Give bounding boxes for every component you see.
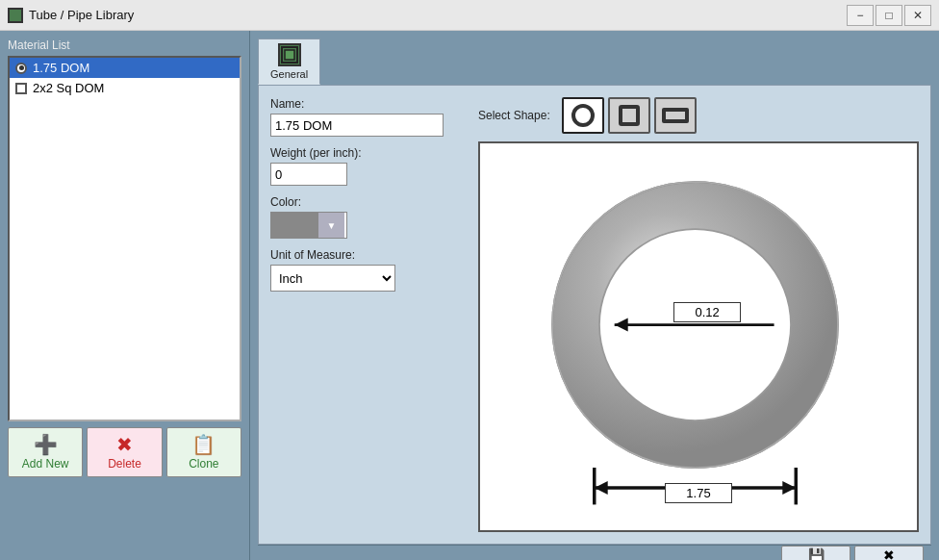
shape-select-label: Select Shape: [478,109,550,122]
circle-icon [571,104,595,127]
rect-icon [662,108,689,123]
title-bar: Tube / Pipe Library − □ ✕ [0,0,939,31]
delete-icon: ✖ [116,435,133,454]
tab-general-label: General [270,68,308,80]
clone-label: Clone [189,457,218,471]
material-item-2[interactable]: 2x2 Sq DOM [10,78,240,98]
save-icon: 💾 [808,547,825,560]
material-item-1[interactable]: 1.75 DOM [10,58,240,78]
window-icon [8,8,23,23]
save-button[interactable]: 💾 Save [781,546,850,560]
window-title: Tube / Pipe Library [29,8,847,22]
right-panel: General Name: Weight (per inch): Color: [250,31,939,560]
add-icon: ➕ [34,435,58,454]
weight-field-group: Weight (per inch): [270,146,463,186]
delete-label: Delete [108,457,141,471]
color-label: Color: [270,195,463,209]
add-new-button[interactable]: ➕ Add New [8,427,83,477]
shape-square-button[interactable] [608,97,650,134]
delete-button[interactable]: ✖ Delete [87,427,162,477]
color-dropdown-arrow [317,213,344,238]
material-item-2-label: 2x2 Sq DOM [33,81,104,95]
unit-select[interactable]: Inch Metric [270,265,395,292]
name-field-group: Name: [270,97,463,137]
shape-section: Select Shape: [478,97,919,532]
bottom-buttons: ➕ Add New ✖ Delete 📋 Clone [8,421,241,481]
square-icon [619,105,640,126]
close-footer-icon: ✖ [883,547,895,560]
inner-measure-input[interactable] [673,302,741,322]
add-label: Add New [22,457,69,471]
weight-input[interactable] [270,163,347,186]
material-item-1-label: 1.75 DOM [33,61,89,75]
checkbox-2 [15,83,27,94]
shape-rect-button[interactable] [654,97,697,134]
tabs-bar: General [258,38,931,85]
radio-1 [15,63,27,74]
window-close-button[interactable]: ✕ [904,5,931,26]
name-label: Name: [270,97,463,111]
color-swatch [271,213,317,238]
left-panel: Material List 1.75 DOM 2x2 Sq DOM ➕ Add … [0,31,250,560]
main-container: Material List 1.75 DOM 2x2 Sq DOM ➕ Add … [0,31,939,560]
tube-svg [480,143,917,530]
maximize-button[interactable]: □ [876,5,902,26]
shape-circle-button[interactable] [562,97,604,134]
footer-bar: 💾 Save ✖ Close [258,545,931,560]
material-list-box: 1.75 DOM 2x2 Sq DOM [8,56,241,421]
minimize-button[interactable]: − [847,5,874,26]
tab-general-icon [278,43,301,66]
svg-rect-1 [285,50,294,60]
unit-field-group: Unit of Measure: Inch Metric [270,248,463,292]
clone-icon: 📋 [191,435,216,454]
name-input[interactable] [270,114,444,137]
unit-label: Unit of Measure: [270,248,463,262]
tab-general[interactable]: General [258,38,320,85]
weight-label: Weight (per inch): [270,146,463,160]
form-section: Name: Weight (per inch): Color: Unit of … [270,97,463,532]
color-field-group: Color: [270,195,463,239]
close-button[interactable]: ✖ Close [854,546,924,560]
content-area: Name: Weight (per inch): Color: Unit of … [258,85,931,545]
outer-measure-input[interactable] [665,483,732,503]
material-list-label: Material List [8,38,241,52]
shape-buttons [562,97,697,134]
svg-marker-9 [782,481,796,495]
color-dropdown[interactable] [270,212,347,239]
window-controls: − □ ✕ [847,5,931,26]
svg-marker-8 [595,481,608,495]
shape-preview [478,141,919,532]
clone-button[interactable]: 📋 Clone [166,427,241,477]
